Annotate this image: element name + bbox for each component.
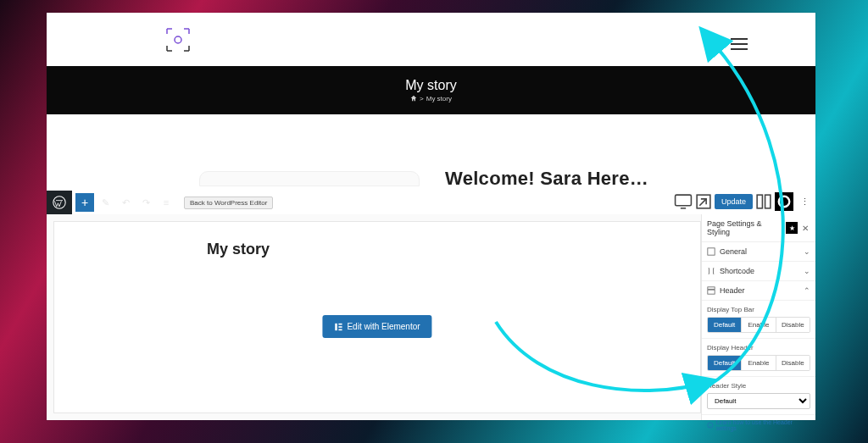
content-block-placeholder <box>199 171 420 186</box>
sidebar-header: Page Settings & Styling ★ ✕ <box>702 214 815 242</box>
learn-link-label: Learn how to use the Header settings <box>716 419 810 431</box>
svg-rect-9 <box>338 326 342 328</box>
chevron-up-icon: ⌃ <box>804 286 810 295</box>
editor-toolbar: + ✎ ↶ ↷ ≡ Back to WordPress Editor Updat… <box>47 191 815 214</box>
page-title: My story <box>405 78 456 93</box>
undo-icon[interactable]: ↶ <box>116 193 135 212</box>
edit-icon[interactable]: ✎ <box>96 193 114 212</box>
more-options-icon[interactable]: ⋮ <box>795 192 814 211</box>
site-header <box>47 13 815 66</box>
redo-icon[interactable]: ↷ <box>136 193 155 212</box>
sidebar-item-general[interactable]: General ⌄ <box>702 242 815 262</box>
home-icon[interactable] <box>410 95 417 103</box>
star-icon[interactable]: ★ <box>786 222 798 234</box>
option-disable[interactable]: Disable <box>776 356 810 370</box>
sidebar-title: Page Settings & Styling <box>707 219 786 236</box>
svg-rect-10 <box>338 329 342 330</box>
chevron-down-icon: ⌄ <box>804 267 810 275</box>
svg-rect-4 <box>757 195 762 208</box>
breadcrumb-current: My story <box>426 95 452 102</box>
wp-editor: + ✎ ↶ ↷ ≡ Back to WordPress Editor Updat… <box>47 191 815 420</box>
field-label: Header Style <box>707 382 810 390</box>
svg-point-6 <box>779 197 790 208</box>
sidebar-item-shortcode[interactable]: Shortcode ⌄ <box>702 262 815 281</box>
svg-rect-12 <box>708 287 715 290</box>
welcome-heading: Welcome! Sara Here… <box>445 168 648 190</box>
welcome-region: Welcome! Sara Here… <box>47 114 815 186</box>
display-top-bar-section: Display Top Bar Default Enable Disable <box>702 301 815 339</box>
display-top-bar-toggle: Default Enable Disable <box>707 317 810 333</box>
update-button[interactable]: Update <box>715 194 753 209</box>
app-frame: My story > My story Welcome! Sara Here… … <box>47 13 815 420</box>
sidebar-item-label: Header <box>720 286 745 295</box>
option-enable[interactable]: Enable <box>742 356 776 370</box>
header-style-section: Header Style Default <box>702 377 815 415</box>
close-icon[interactable]: ✕ <box>800 224 810 233</box>
sidebar-item-header[interactable]: Header ⌃ <box>702 281 815 301</box>
svg-rect-2 <box>676 195 692 206</box>
breadcrumb: > My story <box>410 95 452 103</box>
svg-rect-11 <box>708 248 715 255</box>
external-preview-icon[interactable] <box>694 192 713 211</box>
svg-rect-8 <box>338 323 342 324</box>
option-enable[interactable]: Enable <box>742 318 776 332</box>
breadcrumb-sep: > <box>420 95 424 102</box>
site-logo <box>165 27 191 53</box>
add-block-button[interactable]: + <box>75 193 94 212</box>
svg-rect-7 <box>335 323 337 329</box>
field-label: Display Top Bar <box>707 306 810 313</box>
page-hero: My story > My story <box>47 66 815 114</box>
list-view-icon[interactable]: ≡ <box>157 193 175 212</box>
header-style-select[interactable]: Default <box>707 393 810 409</box>
option-disable[interactable]: Disable <box>776 318 810 332</box>
display-header-section: Display Header Default Enable Disable <box>702 339 815 377</box>
oceanwp-icon[interactable] <box>775 192 793 211</box>
editor-page-title[interactable]: My story <box>207 241 270 258</box>
edit-with-elementor-button[interactable]: Edit with Elementor <box>322 315 431 338</box>
learn-link[interactable]: Learn how to use the Header settings <box>702 415 815 435</box>
option-default[interactable]: Default <box>708 356 742 370</box>
svg-rect-13 <box>708 290 715 294</box>
hamburger-menu-icon[interactable] <box>731 38 748 50</box>
sidebar-item-label: Shortcode <box>720 267 754 275</box>
settings-sidebar: Page Settings & Styling ★ ✕ General ⌄ Sh… <box>701 214 815 420</box>
wordpress-logo-icon[interactable] <box>50 193 69 212</box>
elementor-button-label: Edit with Elementor <box>347 322 420 331</box>
settings-panel-icon[interactable] <box>754 192 773 211</box>
option-default[interactable]: Default <box>708 318 742 332</box>
sidebar-item-label: General <box>720 247 747 256</box>
svg-rect-5 <box>765 195 771 208</box>
chevron-down-icon: ⌄ <box>804 247 810 256</box>
editor-canvas[interactable]: My story Edit with Elementor <box>53 221 701 413</box>
display-header-toggle: Default Enable Disable <box>707 355 810 371</box>
desktop-preview-icon[interactable] <box>674 192 693 211</box>
field-label: Display Header <box>707 344 810 352</box>
editor-body: My story Edit with Elementor Page Settin… <box>47 214 815 420</box>
svg-point-0 <box>175 36 181 43</box>
back-to-wp-button[interactable]: Back to WordPress Editor <box>184 197 273 209</box>
